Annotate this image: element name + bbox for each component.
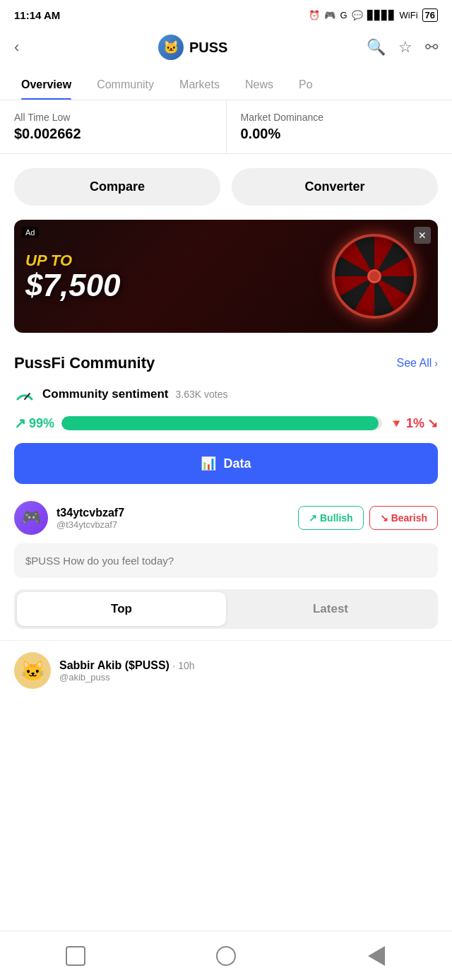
bullish-button[interactable]: ↗ Bullish (298, 506, 364, 530)
user-post-section: 🎮 t34ytcvbzaf7 @t34ytcvbzaf7 ↗ Bullish ↘… (0, 501, 452, 578)
username: t34ytcvbzaf7 (56, 507, 124, 519)
header: ‹ 🐱 PUSS 🔍 ☆ ⚯ (0, 28, 452, 70)
battery-indicator: 76 (422, 8, 438, 22)
ad-amount-text: $7,500 (25, 270, 121, 301)
post-username: Sabbir Akib ($PUSS) (59, 659, 170, 671)
ad-tag: Ad (21, 227, 39, 238)
post-username-row: Sabbir Akib ($PUSS) · 10h (59, 659, 194, 672)
progress-row: ↗ 99% 🔻 1% ↘ (14, 415, 438, 432)
user-left: 🎮 t34ytcvbzaf7 @t34ytcvbzaf7 (14, 501, 124, 535)
nav-square-button[interactable] (63, 943, 88, 969)
bar-chart-icon: 📊 (201, 456, 216, 471)
user-avatar: 🎮 (14, 501, 48, 535)
status-time: 11:14 AM (14, 9, 60, 21)
community-section: PussFi Community See All › Community sen… (0, 347, 452, 484)
signal-icon: ▊▊▊▊ (367, 10, 396, 20)
sentiment-buttons: ↗ Bullish ↘ Bearish (298, 506, 438, 530)
all-time-low-value: $0.002662 (14, 126, 212, 142)
all-time-low-label: All Time Low (14, 112, 212, 123)
gamepad-icon: 🎮 (324, 10, 335, 20)
sentiment-votes: 3.63K votes (176, 389, 228, 400)
post-time: · (172, 660, 178, 671)
user-info-row: 🎮 t34ytcvbzaf7 @t34ytcvbzaf7 ↗ Bullish ↘… (14, 501, 438, 535)
bearish-arrow-icon: ↘ (380, 512, 388, 524)
tab-more[interactable]: Po (286, 70, 326, 100)
bear-icon: 🔻 (389, 417, 403, 430)
nav-back-button[interactable] (364, 943, 389, 969)
alarm-icon: ⏰ (309, 10, 320, 20)
tab-latest[interactable]: Latest (226, 592, 435, 626)
community-title: PussFi Community (14, 354, 155, 372)
sentiment-gauge-icon (14, 384, 35, 405)
data-button[interactable]: 📊 Data (14, 443, 438, 484)
triangle-icon (368, 946, 385, 966)
sentiment-label: Community sentiment (42, 387, 169, 401)
chevron-right-icon: › (434, 358, 438, 369)
status-icons: ⏰ 🎮 G 💬 ▊▊▊▊ WiFi 76 (309, 8, 438, 22)
market-dominance-stat: Market Dominance 0.00% (227, 100, 453, 153)
messenger-icon: 💬 (352, 10, 363, 20)
arrow-down-icon: ↘ (427, 415, 438, 431)
sentiment-row: Community sentiment 3.63K votes (14, 384, 438, 405)
feed-post: 🐱 Sabbir Akib ($PUSS) · 10h @akib_puss (0, 640, 452, 700)
post-user-row: 🐱 Sabbir Akib ($PUSS) · 10h @akib_puss (14, 652, 438, 689)
stats-section: All Time Low $0.002662 Market Dominance … (0, 100, 452, 154)
google-icon: G (340, 10, 347, 20)
progress-bar-container (61, 416, 382, 430)
ad-close-button[interactable]: ✕ (414, 227, 431, 244)
ad-banner: Ad UP TO $7,500 ✕ (14, 220, 438, 333)
action-buttons: Compare Converter (0, 154, 452, 220)
market-dominance-label: Market Dominance (241, 112, 439, 123)
bearish-percentage: 🔻 1% ↘ (389, 415, 438, 431)
post-handle: @akib_puss (59, 672, 194, 683)
ad-roulette-visual (325, 230, 424, 322)
wifi-icon: WiFi (400, 10, 418, 20)
bottom-nav (0, 931, 452, 980)
feed-tabs: Top Latest (14, 589, 438, 629)
square-icon (66, 946, 85, 966)
nav-circle-button[interactable] (213, 943, 239, 969)
header-title: 🐱 PUSS (158, 35, 227, 60)
tabs-nav: Overview Community Markets News Po (0, 70, 452, 100)
user-handle: @t34ytcvbzaf7 (56, 519, 124, 530)
bearish-button[interactable]: ↘ Bearish (369, 506, 438, 530)
roulette-wheel (332, 234, 417, 319)
tab-community[interactable]: Community (84, 70, 167, 100)
circle-icon (216, 946, 236, 966)
post-user-info: Sabbir Akib ($PUSS) · 10h @akib_puss (59, 659, 194, 683)
post-input[interactable] (14, 543, 438, 578)
post-time-value: 10h (178, 660, 194, 671)
arrow-up-icon: ↗ (14, 415, 26, 432)
tab-markets[interactable]: Markets (167, 70, 232, 100)
progress-fill (61, 416, 379, 430)
roulette-center (367, 269, 381, 283)
bullish-percentage: ↗ 99% (14, 415, 54, 432)
post-avatar: 🐱 (14, 652, 51, 689)
user-info: t34ytcvbzaf7 @t34ytcvbzaf7 (56, 507, 124, 530)
tab-news[interactable]: News (232, 70, 286, 100)
all-time-low-stat: All Time Low $0.002662 (0, 100, 227, 153)
compare-button[interactable]: Compare (14, 168, 220, 206)
market-dominance-value: 0.00% (241, 126, 439, 142)
star-icon[interactable]: ☆ (398, 38, 412, 57)
community-header: PussFi Community See All › (14, 347, 438, 384)
search-icon[interactable]: 🔍 (367, 38, 386, 57)
see-all-button[interactable]: See All › (397, 357, 438, 370)
ad-text: UP TO $7,500 (25, 252, 121, 301)
header-actions: 🔍 ☆ ⚯ (367, 38, 438, 57)
share-icon[interactable]: ⚯ (425, 38, 438, 57)
converter-button[interactable]: Converter (232, 168, 438, 206)
back-button[interactable]: ‹ (14, 38, 19, 57)
tab-overview[interactable]: Overview (8, 70, 84, 100)
coin-name: PUSS (189, 40, 227, 56)
tab-top[interactable]: Top (17, 592, 226, 626)
coin-icon: 🐱 (158, 35, 184, 60)
bullish-arrow-icon: ↗ (309, 512, 317, 524)
status-bar: 11:14 AM ⏰ 🎮 G 💬 ▊▊▊▊ WiFi 76 (0, 0, 452, 28)
